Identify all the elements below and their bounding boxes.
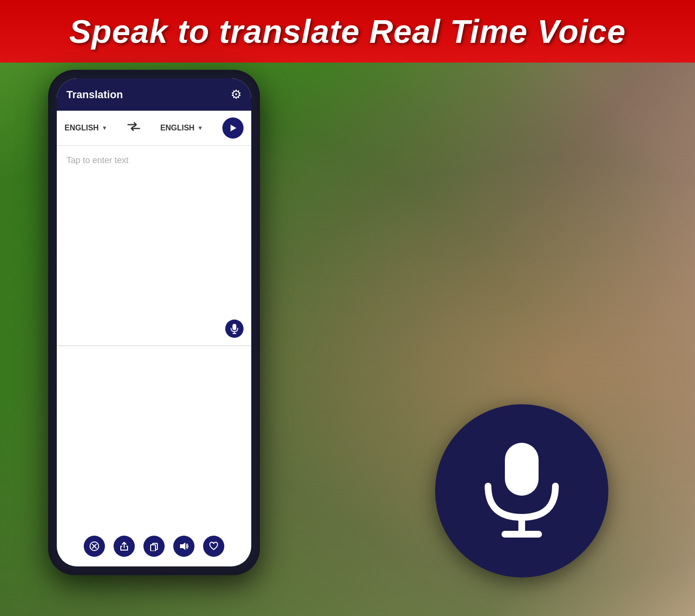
phone-mockup: Translation ⚙ ENGLISH ▼ ENGLISH ▼ (48, 70, 260, 575)
target-language-label: ENGLISH (160, 124, 194, 132)
mic-large-circle[interactable] (435, 404, 608, 578)
source-language-selector[interactable]: ENGLISH ▼ (64, 124, 107, 132)
language-row: ENGLISH ▼ ENGLISH ▼ (57, 111, 251, 146)
target-language-selector[interactable]: ENGLISH ▼ (160, 124, 203, 132)
share-button[interactable] (114, 536, 135, 557)
copy-button[interactable] (143, 536, 165, 557)
source-language-label: ENGLISH (64, 124, 99, 132)
translate-button[interactable] (222, 117, 244, 139)
source-dropdown-arrow: ▼ (102, 125, 107, 131)
swap-languages-button[interactable] (127, 121, 141, 135)
svg-marker-0 (231, 125, 236, 131)
text-input-area[interactable]: Tap to enter text (57, 146, 251, 346)
phone-outer: Translation ⚙ ENGLISH ▼ ENGLISH ▼ (48, 70, 260, 575)
speak-button[interactable] (173, 536, 194, 557)
bottom-actions (57, 526, 251, 566)
mic-button-small[interactable] (225, 320, 244, 338)
app-bar: Translation ⚙ (57, 78, 251, 111)
top-banner: Speak to translate Real Time Voice (0, 0, 695, 63)
svg-marker-10 (180, 542, 185, 550)
app-title: Translation (66, 89, 123, 101)
banner-title: Speak to translate Real Time Voice (69, 13, 626, 50)
svg-rect-8 (151, 545, 155, 551)
target-dropdown-arrow: ▼ (197, 125, 203, 131)
mic-large-container (435, 404, 608, 578)
translation-output (57, 346, 251, 526)
svg-rect-1 (232, 324, 236, 330)
clear-button[interactable] (84, 536, 105, 557)
mic-large-icon (478, 438, 565, 544)
phone-inner: Translation ⚙ ENGLISH ▼ ENGLISH ▼ (57, 78, 251, 566)
svg-rect-11 (505, 443, 539, 496)
text-placeholder: Tap to enter text (66, 155, 129, 165)
gear-icon[interactable]: ⚙ (231, 87, 242, 102)
favorite-button[interactable] (203, 536, 224, 557)
